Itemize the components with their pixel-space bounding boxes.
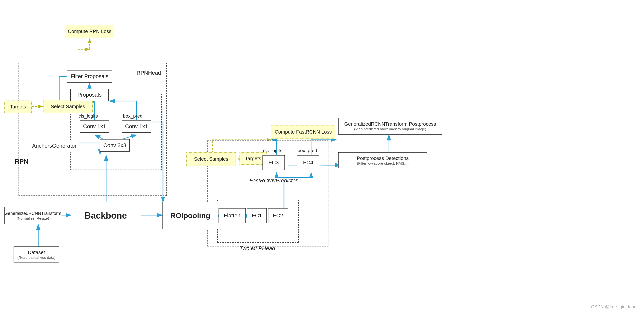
generalizedrcnn-postprocess-label: GeneralizedRCNNTransform Postprocess — [344, 121, 436, 127]
backbone-label: Backbone — [84, 210, 127, 221]
targets-left-box: Targets — [4, 101, 32, 113]
watermark: CSDN @free_girl_fang — [591, 304, 636, 310]
anchors-generator-label: AnchorsGenerator — [32, 143, 76, 149]
compute-fastrcnn-loss-box: Compute FastRCNN Loss — [271, 125, 335, 139]
dataset-sublabel: (Read pascal voc data) — [17, 255, 55, 260]
conv3x3-label: Conv 3x3 — [104, 142, 126, 149]
select-samples-left-label: Select Samples — [51, 104, 85, 109]
backbone-box: Backbone — [71, 202, 140, 229]
conv1x1-box-label: Conv 1x1 — [125, 123, 148, 130]
postprocess-detections-box: Postprocess Detections (Filter low score… — [338, 152, 427, 168]
cls-logits-fast-label: cls_logits — [263, 148, 282, 153]
generalizedrcnn-postprocess-box: GeneralizedRCNNTransform Postprocess (Ma… — [338, 118, 442, 135]
fc3-label: FC3 — [268, 159, 279, 166]
proposals-box: Proposals — [70, 89, 109, 101]
filter-proposals-label: Filter Proposals — [70, 73, 108, 80]
proposals-label: Proposals — [78, 92, 102, 98]
box-pred-fast-label: box_pred — [298, 148, 317, 153]
cls-logits-rpn-label: cls_logits — [78, 113, 98, 119]
fc3-box: FC3 — [262, 155, 285, 170]
select-samples-right-label: Select Samples — [194, 156, 228, 162]
targets-right-label: Targets — [245, 156, 261, 161]
fc2-label: FC2 — [273, 212, 283, 219]
roipooling-box: ROIpooling — [162, 202, 218, 229]
diagram: RPNHead FastRCNNPredictor Two MLPHead Co… — [0, 0, 644, 314]
generalizedrcnn-transform-label: GeneralizedRCNNTransform — [4, 211, 61, 216]
anchors-generator-box: AnchorsGenerator — [30, 140, 79, 152]
two-mlphead-label: Two MLPHead — [240, 245, 275, 252]
filter-proposals-box: Filter Proposals — [67, 70, 112, 83]
compute-fastrcnn-loss-label: Compute FastRCNN Loss — [274, 129, 332, 135]
roipooling-label: ROIpooling — [170, 211, 210, 220]
targets-left-label: Targets — [10, 104, 26, 110]
flatten-box: Flatten — [218, 208, 246, 223]
fastrcnn-predictor-label: FastRCNNPredictor — [250, 177, 297, 184]
generalizedrcnn-transform-box: GeneralizedRCNNTransform (Normalize, Res… — [4, 207, 61, 224]
rpn-label: RPN — [15, 158, 28, 165]
fc4-label: FC4 — [303, 159, 313, 166]
conv1x1-cls-box: Conv 1x1 — [80, 120, 110, 133]
fc1-label: FC1 — [252, 212, 262, 219]
dataset-box: Dataset (Read pascal voc data) — [14, 246, 59, 263]
generalizedrcnn-postprocess-sublabel: (Map predicted bbox back to original ima… — [354, 127, 426, 131]
compute-rpn-loss-box: Compute RPN Loss — [65, 25, 114, 38]
generalizedrcnn-transform-sublabel: (Normalize, Resize) — [16, 216, 49, 220]
fc2-box: FC2 — [268, 208, 288, 223]
flatten-label: Flatten — [224, 212, 240, 219]
rpnhead-label: RPNHead — [136, 70, 161, 76]
postprocess-detections-label: Postprocess Detections — [357, 156, 409, 161]
conv1x1-cls-label: Conv 1x1 — [83, 123, 106, 130]
postprocess-detections-sublabel: (Filter low score object, NMS...) — [357, 161, 408, 165]
compute-rpn-loss-label: Compute RPN Loss — [68, 29, 112, 34]
select-samples-left-box: Select Samples — [43, 100, 92, 113]
box-pred-rpn-label: box_pred — [123, 113, 142, 119]
dataset-label: Dataset — [28, 250, 45, 255]
fc4-box: FC4 — [297, 155, 319, 170]
conv1x1-box-box: Conv 1x1 — [122, 120, 151, 133]
conv3x3-box: Conv 3x3 — [100, 139, 130, 152]
select-samples-right-box: Select Samples — [186, 152, 236, 166]
fc1-box: FC1 — [247, 208, 267, 223]
